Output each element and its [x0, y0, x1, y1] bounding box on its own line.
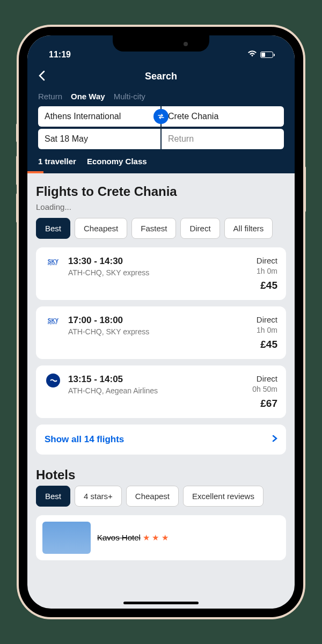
flight-times: 13:15 - 14:05: [68, 374, 246, 385]
search-options: 1 traveller Economy Class: [38, 157, 284, 173]
nav-header: Search: [38, 64, 284, 92]
tab-one-way[interactable]: One Way: [71, 92, 105, 101]
airline-logo-sky: SKYexpress: [45, 257, 62, 268]
page-title: Search: [145, 71, 177, 82]
show-all-label: Show all 14 flights: [45, 434, 124, 445]
swap-airports-button[interactable]: [153, 109, 169, 124]
return-date-input[interactable]: Return: [162, 129, 284, 149]
hotels-title: Hotels: [36, 467, 286, 482]
volume-down: [16, 193, 19, 223]
hotel-name: Kavos Hotel: [97, 533, 141, 542]
filter-fastest[interactable]: Fastest: [131, 218, 176, 239]
back-icon[interactable]: [38, 69, 46, 84]
mute-switch: [16, 123, 19, 142]
flight-times: 13:30 - 14:30: [68, 256, 250, 267]
flights-title: Flights to Crete Chania: [36, 184, 286, 199]
hotel-image: [42, 522, 91, 554]
flight-filters: Best Cheapest Fastest Direct All filters: [36, 218, 286, 239]
travellers-button[interactable]: 1 traveller: [38, 157, 76, 166]
filter-cheapest[interactable]: Cheapest: [75, 218, 127, 239]
airline-logo-aegean: [45, 375, 62, 386]
flight-stops: Direct: [257, 256, 277, 265]
flight-duration: 1h 0m: [257, 267, 277, 275]
flight-info: 17:00 - 18:00 ATH-CHQ, SKY express: [68, 315, 250, 350]
flight-meta: Direct 1h 0m £45: [257, 256, 277, 291]
flight-info: 13:30 - 14:30 ATH-CHQ, SKY express: [68, 256, 250, 291]
date-inputs: Sat 18 May Return: [38, 129, 284, 149]
app-header: 11:19 Search Return One Way Multi-city: [27, 35, 295, 173]
flight-stops: Direct: [257, 315, 277, 324]
phone-notch: [113, 35, 209, 52]
battery-icon: [260, 52, 273, 58]
filter-best[interactable]: Best: [36, 218, 70, 239]
hotel-result[interactable]: Kavos Hotel ★ ★ ★: [36, 515, 286, 560]
results-content: Flights to Crete Chania Loading... Best …: [27, 173, 295, 571]
flight-price: £45: [257, 280, 277, 291]
filter-hotel-excellent[interactable]: Excellent reviews: [183, 486, 264, 507]
class-button[interactable]: Economy Class: [87, 157, 147, 166]
status-time: 11:19: [49, 50, 71, 60]
home-indicator[interactable]: [123, 602, 199, 604]
hotel-filters: Best 4 stars+ Cheapest Excellent reviews: [36, 486, 286, 507]
power-button: [303, 166, 306, 212]
airline-logo-sky: SKYexpress: [45, 316, 62, 327]
star-icon: ★ ★ ★: [143, 533, 168, 542]
chevron-right-icon: [272, 435, 277, 444]
filter-direct[interactable]: Direct: [180, 218, 219, 239]
aegean-icon: [46, 374, 60, 387]
filter-all[interactable]: All filters: [224, 218, 273, 239]
wifi-icon: [247, 50, 257, 60]
flight-info: 13:15 - 14:05 ATH-CHQ, Aegean Airlines: [68, 374, 246, 409]
status-icons: [247, 50, 273, 60]
tab-multi-city[interactable]: Multi-city: [114, 92, 145, 101]
flight-duration: 1h 0m: [257, 326, 277, 334]
airport-inputs: Athens International Crete Chania: [38, 106, 284, 127]
flight-price: £67: [252, 398, 277, 409]
flight-route: ATH-CHQ, SKY express: [68, 268, 250, 277]
show-all-flights-button[interactable]: Show all 14 flights: [36, 425, 286, 455]
flight-price: £45: [257, 339, 277, 350]
filter-hotel-best[interactable]: Best: [36, 486, 70, 507]
flight-stops: Direct: [252, 374, 277, 383]
depart-date-input[interactable]: Sat 18 May: [38, 129, 160, 149]
loading-text: Loading...: [36, 202, 286, 211]
phone-screen: 11:19 Search Return One Way Multi-city: [27, 35, 295, 609]
flight-duration: 0h 50m: [252, 385, 277, 393]
hotel-info: Kavos Hotel ★ ★ ★: [97, 533, 169, 543]
flight-route: ATH-CHQ, SKY express: [68, 327, 250, 336]
flight-result[interactable]: SKYexpress 17:00 - 18:00 ATH-CHQ, SKY ex…: [36, 306, 286, 359]
flight-meta: Direct 0h 50m £67: [252, 374, 277, 409]
flight-meta: Direct 1h 0m £45: [257, 315, 277, 350]
indicator: [27, 171, 43, 173]
filter-hotel-4stars[interactable]: 4 stars+: [75, 486, 122, 507]
from-airport-input[interactable]: Athens International: [38, 106, 160, 127]
tab-return[interactable]: Return: [38, 92, 62, 101]
to-airport-input[interactable]: Crete Chania: [162, 106, 284, 127]
volume-up: [16, 156, 19, 185]
phone-frame: 11:19 Search Return One Way Multi-city: [19, 27, 303, 617]
flight-result[interactable]: 13:15 - 14:05 ATH-CHQ, Aegean Airlines D…: [36, 365, 286, 418]
flight-times: 17:00 - 18:00: [68, 315, 250, 326]
flight-route: ATH-CHQ, Aegean Airlines: [68, 386, 246, 395]
trip-type-tabs: Return One Way Multi-city: [38, 92, 284, 106]
filter-hotel-cheapest[interactable]: Cheapest: [126, 486, 179, 507]
flight-result[interactable]: SKYexpress 13:30 - 14:30 ATH-CHQ, SKY ex…: [36, 247, 286, 300]
